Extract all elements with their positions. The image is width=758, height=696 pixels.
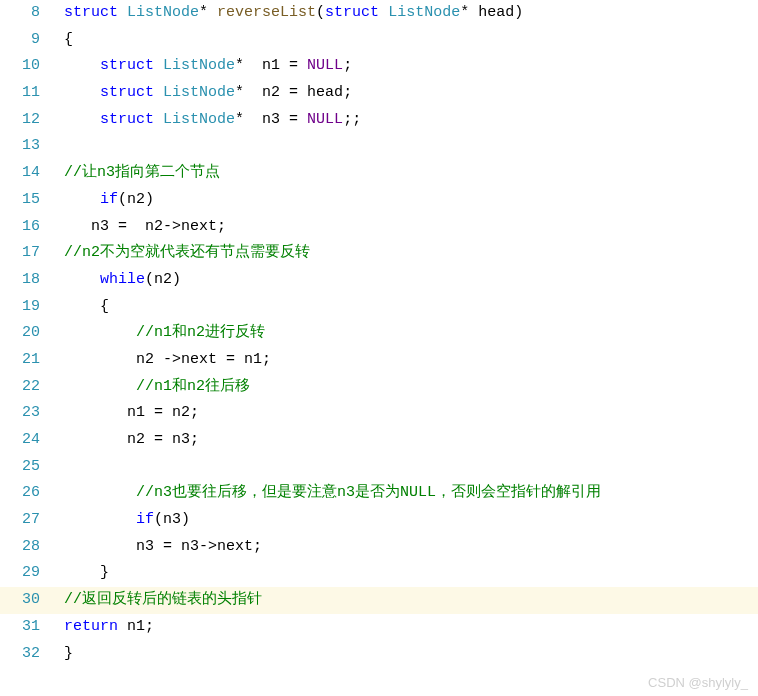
line-number: 20 xyxy=(0,320,52,347)
line-number: 9 xyxy=(0,27,52,54)
code-line[interactable]: 11 struct ListNode* n2 = head; xyxy=(0,80,758,107)
code-text[interactable]: if(n3) xyxy=(62,507,190,534)
code-line[interactable]: 26 //n3也要往后移，但是要注意n3是否为NULL，否则会空指针的解引用 xyxy=(0,480,758,507)
line-number: 12 xyxy=(0,107,52,134)
code-text[interactable]: return n1; xyxy=(62,614,154,641)
code-text[interactable]: //n3也要往后移，但是要注意n3是否为NULL，否则会空指针的解引用 xyxy=(62,480,601,507)
code-line[interactable]: 18 while(n2) xyxy=(0,267,758,294)
code-text[interactable]: //让n3指向第二个节点 xyxy=(62,160,220,187)
code-line[interactable]: 9{ xyxy=(0,27,758,54)
line-number: 26 xyxy=(0,480,52,507)
line-number: 32 xyxy=(0,641,52,668)
line-number: 30 xyxy=(0,587,52,614)
code-text[interactable]: n2 = n3; xyxy=(62,427,199,454)
code-line[interactable]: 22 //n1和n2往后移 xyxy=(0,374,758,401)
code-line[interactable]: 25 xyxy=(0,454,758,481)
watermark-label: CSDN @shylyly_ xyxy=(648,675,748,690)
code-line[interactable]: 32} xyxy=(0,641,758,668)
code-text[interactable]: while(n2) xyxy=(62,267,181,294)
code-text[interactable]: struct ListNode* n2 = head; xyxy=(62,80,352,107)
code-line[interactable]: 20 //n1和n2进行反转 xyxy=(0,320,758,347)
line-number: 25 xyxy=(0,454,52,481)
code-line[interactable]: 23 n1 = n2; xyxy=(0,400,758,427)
code-line[interactable]: 16 n3 = n2->next; xyxy=(0,214,758,241)
line-number: 15 xyxy=(0,187,52,214)
code-text[interactable]: //n1和n2往后移 xyxy=(62,374,250,401)
code-line[interactable]: 30//返回反转后的链表的头指针 xyxy=(0,587,758,614)
line-number: 31 xyxy=(0,614,52,641)
line-number: 18 xyxy=(0,267,52,294)
code-text[interactable]: struct ListNode* n3 = NULL;; xyxy=(62,107,361,134)
code-text[interactable]: //n2不为空就代表还有节点需要反转 xyxy=(62,240,310,267)
line-number: 14 xyxy=(0,160,52,187)
code-line[interactable]: 8struct ListNode* reverseList(struct Lis… xyxy=(0,0,758,27)
line-number: 24 xyxy=(0,427,52,454)
line-number: 28 xyxy=(0,534,52,561)
code-text[interactable]: { xyxy=(62,294,109,321)
code-text[interactable]: } xyxy=(62,641,73,668)
code-line[interactable]: 21 n2 ->next = n1; xyxy=(0,347,758,374)
code-line[interactable]: 31return n1; xyxy=(0,614,758,641)
line-number: 10 xyxy=(0,53,52,80)
code-text[interactable]: struct ListNode* reverseList(struct List… xyxy=(62,0,523,27)
code-line[interactable]: 10 struct ListNode* n1 = NULL; xyxy=(0,53,758,80)
line-number: 11 xyxy=(0,80,52,107)
line-number: 16 xyxy=(0,214,52,241)
code-text[interactable]: if(n2) xyxy=(62,187,154,214)
line-number: 27 xyxy=(0,507,52,534)
code-text[interactable]: } xyxy=(62,560,109,587)
line-number: 22 xyxy=(0,374,52,401)
code-text[interactable]: n2 ->next = n1; xyxy=(62,347,271,374)
code-text[interactable]: n3 = n3->next; xyxy=(62,534,262,561)
line-number: 13 xyxy=(0,133,52,160)
code-line[interactable]: 27 if(n3) xyxy=(0,507,758,534)
line-number: 29 xyxy=(0,560,52,587)
code-line[interactable]: 29 } xyxy=(0,560,758,587)
code-editor[interactable]: 8struct ListNode* reverseList(struct Lis… xyxy=(0,0,758,667)
code-line[interactable]: 12 struct ListNode* n3 = NULL;; xyxy=(0,107,758,134)
code-line[interactable]: 15 if(n2) xyxy=(0,187,758,214)
code-line[interactable]: 19 { xyxy=(0,294,758,321)
line-number: 21 xyxy=(0,347,52,374)
code-line[interactable]: 17//n2不为空就代表还有节点需要反转 xyxy=(0,240,758,267)
code-text[interactable]: n3 = n2->next; xyxy=(62,214,226,241)
code-text[interactable]: { xyxy=(62,27,73,54)
code-text[interactable]: n1 = n2; xyxy=(62,400,199,427)
code-text[interactable]: struct ListNode* n1 = NULL; xyxy=(62,53,352,80)
code-text[interactable]: //返回反转后的链表的头指针 xyxy=(62,587,262,614)
line-number: 23 xyxy=(0,400,52,427)
line-number: 19 xyxy=(0,294,52,321)
code-text[interactable]: //n1和n2进行反转 xyxy=(62,320,265,347)
line-number: 8 xyxy=(0,0,52,27)
code-line[interactable]: 28 n3 = n3->next; xyxy=(0,534,758,561)
code-line[interactable]: 13 xyxy=(0,133,758,160)
line-number: 17 xyxy=(0,240,52,267)
code-line[interactable]: 24 n2 = n3; xyxy=(0,427,758,454)
code-line[interactable]: 14//让n3指向第二个节点 xyxy=(0,160,758,187)
